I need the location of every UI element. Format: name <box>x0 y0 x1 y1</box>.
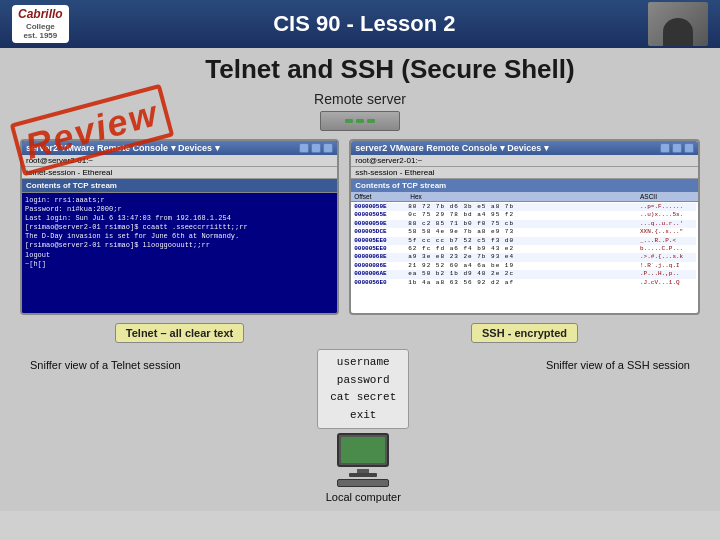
ssh-sniffer-window: server2 VMware Remote Console ▾ Devices … <box>349 139 700 315</box>
bottom-row: Sniffer view of a Telnet session usernam… <box>20 349 700 503</box>
col-ascii: ASCII <box>640 193 695 200</box>
ssh-close-btn[interactable] <box>684 143 694 153</box>
credentials-box: username password cat secret exit <box>317 349 409 429</box>
sniffer-row-5: 000005EE0 5f cc cc b7 52 c5 f3 d0 _...R.… <box>353 237 696 245</box>
server-leds <box>345 119 375 123</box>
sniffer-right-label: Sniffer view of a SSH session <box>546 349 690 371</box>
ssh-label-container: SSH - encrypted <box>349 323 700 343</box>
ssh-minimize-btn[interactable] <box>660 143 670 153</box>
local-computer-label: Local computer <box>326 491 401 503</box>
server-led-3 <box>367 119 375 123</box>
panel-labels-row: Telnet – all clear text SSH - encrypted <box>20 323 700 343</box>
server-led-2 <box>356 119 364 123</box>
telnet-minimize-btn[interactable] <box>299 143 309 153</box>
ssh-session-label: ssh-session - Ethereal <box>355 168 434 177</box>
telnet-titlebar-buttons <box>299 143 333 153</box>
ssh-contents-label: Contents of TCP stream <box>351 179 698 192</box>
page-title: Telnet and SSH (Secure Shell) <box>205 54 574 84</box>
logo-sub-text: Collegeest. 1959 <box>18 22 63 41</box>
telnet-maximize-btn[interactable] <box>311 143 321 153</box>
logo-area: Cabrillo Collegeest. 1959 <box>12 5 81 43</box>
sniffer-row-1: 00000050E 80 72 7b d6 3b e5 a8 7b ..p=.F… <box>353 203 696 211</box>
col-hex: Hex <box>410 193 636 200</box>
credential-exit: exit <box>330 407 396 425</box>
telnet-line-5: The D-Day invasion is set for June 6th a… <box>25 232 334 241</box>
college-logo: Cabrillo Collegeest. 1959 <box>12 5 69 43</box>
telnet-terminal-body: login: rrsi:aaats;r Password: ni#kua:200… <box>22 193 337 313</box>
ssh-titlebar-text: server2 VMware Remote Console ▾ Devices … <box>355 143 549 153</box>
sniffer-row-3: 00000050E 88 c2 85 71 b0 f0 75 cb ...q..… <box>353 220 696 228</box>
ssh-titlebar-buttons <box>660 143 694 153</box>
keyboard <box>337 479 389 487</box>
sniffer-row-6: 000005EE0 62 fc fd a6 f4 b9 43 e2 b.....… <box>353 245 696 253</box>
credential-secret: cat secret <box>330 389 396 407</box>
sniffer-hex-body: 00000050E 80 72 7b d6 3b e5 a8 7b ..p=.F… <box>351 202 698 288</box>
monitor-screen <box>341 437 385 463</box>
col-offset: Offset <box>354 193 406 200</box>
telnet-line-8: ~[h[] <box>25 260 334 269</box>
ssh-menu: root@server2-01:~ <box>351 155 698 167</box>
ssh-titlebar: server2 VMware Remote Console ▾ Devices … <box>351 141 698 155</box>
sniffer-row-10: 0000056E0 1b 4a a8 63 56 92 d2 af .J.cV.… <box>353 279 696 287</box>
main-content: Review Telnet and SSH (Secure Shell) Rem… <box>0 48 720 511</box>
server-led-1 <box>345 119 353 123</box>
sniffer-row-7: 00000068E a9 3e e8 23 2e 7b 93 e4 .>.#.{… <box>353 253 696 261</box>
telnet-line-1: login: rrsi:aaats;r <box>25 196 334 205</box>
telnet-line-4: [rsimao@server2-01 rsimao]$ ccaatt .ssee… <box>25 223 334 232</box>
ssh-path: root@server2-01:~ <box>355 156 422 165</box>
ssh-maximize-btn[interactable] <box>672 143 682 153</box>
telnet-contents-label: Contents of TCP stream <box>26 181 117 190</box>
ssh-session-menu: ssh-session - Ethereal <box>351 167 698 179</box>
remote-server-label: Remote server <box>314 91 406 107</box>
sniffer-row-4: 000005DCE 58 58 4e 9e 7b a8 e9 73 XXN.{.… <box>353 228 696 236</box>
center-computer: username password cat secret exit Local … <box>317 349 409 503</box>
monitor-base <box>349 473 377 477</box>
telnet-terminal-window: server2 VMware Remote Console ▾ Devices … <box>20 139 339 315</box>
server-image <box>320 111 400 131</box>
telnet-label-container: Telnet – all clear text <box>20 323 339 343</box>
computer-icon <box>337 433 389 487</box>
sniffer-row-9: 0000006AE ea 50 b2 1b d9 48 2e 2c .P...H… <box>353 270 696 278</box>
telnet-close-btn[interactable] <box>323 143 333 153</box>
sniffer-row-8: 00000086E 21 92 52 60 a4 6a be 19 !.R`.j… <box>353 262 696 270</box>
credential-password: password <box>330 372 396 390</box>
logo-main-text: Cabrillo <box>18 7 63 21</box>
panels-row: server2 VMware Remote Console ▾ Devices … <box>20 139 700 315</box>
photo-silhouette <box>663 18 693 46</box>
telnet-label-badge: Telnet – all clear text <box>115 323 244 343</box>
monitor <box>337 433 389 467</box>
telnet-session-label: telnet-session - Ethereal <box>22 167 337 179</box>
header-title: CIS 90 - Lesson 2 <box>81 11 648 37</box>
ssh-contents-text: Contents of TCP stream <box>355 181 446 190</box>
telnet-line-2: Password: ni#kua:2000;r <box>25 205 334 214</box>
telnet-line-7: logout <box>25 251 334 260</box>
header: Cabrillo Collegeest. 1959 CIS 90 - Lesso… <box>0 0 720 48</box>
telnet-line-6: [rsimao@server2-01 rsimao]$ llooggoouutt… <box>25 241 334 250</box>
sniffer-column-headers: Offset Hex ASCII <box>351 192 698 202</box>
credential-username: username <box>330 354 396 372</box>
header-photo <box>648 2 708 46</box>
telnet-line-3: Last login: Sun Jul 6 13:47:03 from 192.… <box>25 214 334 223</box>
sniffer-row-2: 00000505E 0c 75 29 78 bd a4 95 f2 ..u)x.… <box>353 211 696 219</box>
sniffer-left-label: Sniffer view of a Telnet session <box>30 349 181 371</box>
ssh-label-badge: SSH - encrypted <box>471 323 578 343</box>
